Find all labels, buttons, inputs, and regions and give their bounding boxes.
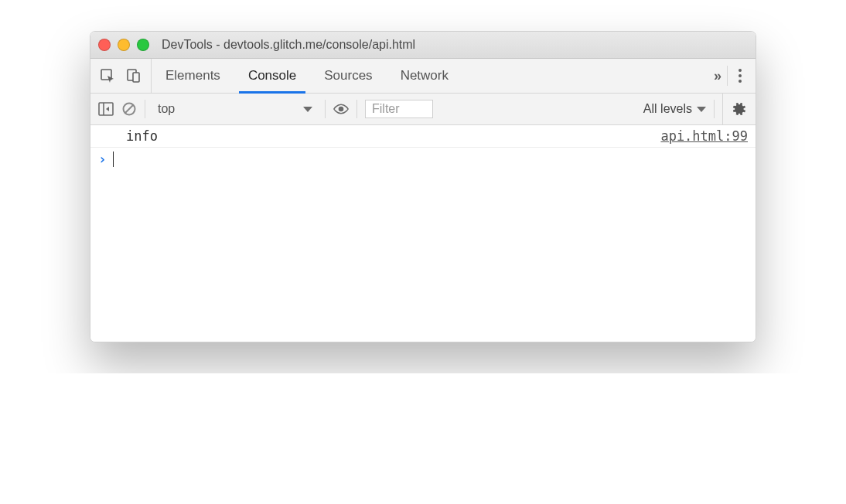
context-selector-label: top (158, 102, 175, 116)
settings-menu-icon[interactable] (735, 66, 745, 86)
console-output: info api.html:99 › (90, 125, 756, 342)
prompt-chevron-icon: › (98, 151, 107, 167)
console-toolbar: top Filter All levels (90, 94, 756, 125)
log-levels-label: All levels (643, 102, 692, 116)
zoom-window-button[interactable] (137, 39, 149, 51)
console-log-entry[interactable]: info api.html:99 (90, 125, 756, 148)
close-window-button[interactable] (98, 39, 111, 51)
svg-point-5 (339, 107, 344, 112)
more-tabs-icon[interactable]: » (714, 68, 719, 84)
device-toolbar-icon[interactable] (126, 68, 142, 83)
devtools-window: DevTools - devtools.glitch.me/console/ap… (90, 31, 756, 342)
window-controls (98, 39, 149, 51)
panel-tabs: Elements Console Sources Network (152, 59, 462, 93)
tab-elements[interactable]: Elements (152, 59, 234, 93)
log-levels-selector[interactable]: All levels (643, 102, 706, 116)
tab-console[interactable]: Console (234, 59, 310, 93)
tab-network[interactable]: Network (387, 59, 462, 93)
minimize-window-button[interactable] (118, 39, 130, 51)
console-prompt[interactable]: › (90, 148, 756, 170)
context-selector[interactable]: top (153, 100, 317, 117)
inspect-element-icon[interactable] (100, 68, 115, 83)
toggle-console-sidebar-icon[interactable] (98, 101, 114, 117)
log-source-link[interactable]: api.html:99 (660, 128, 748, 144)
text-cursor (113, 152, 114, 167)
window-title: DevTools - devtools.glitch.me/console/ap… (162, 38, 415, 52)
panel-tabs-bar: Elements Console Sources Network » (90, 59, 756, 94)
log-message: info (126, 128, 158, 144)
chevron-down-icon (697, 107, 706, 112)
clear-console-icon[interactable] (121, 101, 137, 117)
filter-input[interactable]: Filter (365, 100, 433, 118)
svg-rect-2 (133, 73, 139, 82)
console-settings-icon[interactable] (731, 101, 746, 117)
live-expression-icon[interactable] (333, 101, 349, 117)
chevron-down-icon (303, 107, 312, 112)
titlebar: DevTools - devtools.glitch.me/console/ap… (90, 32, 756, 59)
tab-sources[interactable]: Sources (310, 59, 386, 93)
